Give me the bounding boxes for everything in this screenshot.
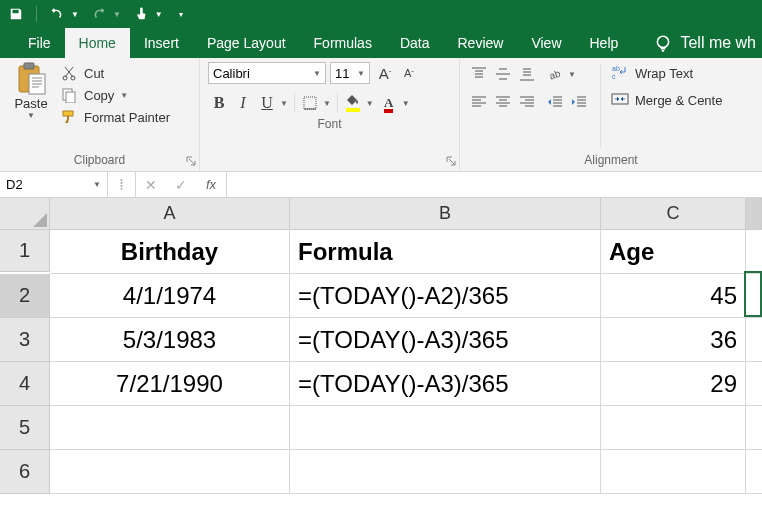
cell-c3[interactable]: 36 xyxy=(601,318,746,362)
fx-button[interactable]: fx xyxy=(196,177,226,192)
touch-mode-icon[interactable] xyxy=(131,4,151,24)
orientation-button[interactable]: ab xyxy=(544,64,566,84)
undo-dropdown-icon[interactable]: ▼ xyxy=(71,10,79,19)
font-color-button[interactable]: A ▼ xyxy=(378,92,412,114)
underline-button[interactable]: U xyxy=(256,92,278,114)
clipboard-launcher-icon[interactable] xyxy=(185,155,197,167)
copy-button[interactable]: Copy ▼ xyxy=(60,86,170,104)
svg-rect-7 xyxy=(66,92,75,103)
touch-dropdown-icon[interactable]: ▼ xyxy=(155,10,163,19)
formula-input[interactable] xyxy=(227,172,762,197)
row-header-5[interactable]: 5 xyxy=(0,406,50,450)
align-center-button[interactable] xyxy=(492,92,514,112)
cell-a6[interactable] xyxy=(50,450,290,494)
cell-c2[interactable]: 45 xyxy=(601,274,746,318)
cell-b6[interactable] xyxy=(290,450,601,494)
fill-color-icon xyxy=(342,92,364,114)
name-box-handle[interactable]: ⁞ xyxy=(108,172,136,197)
fill-dropdown-icon[interactable]: ▼ xyxy=(364,99,376,108)
bold-button[interactable]: B xyxy=(208,92,230,114)
undo-icon[interactable] xyxy=(47,4,67,24)
svg-text:ab: ab xyxy=(612,65,620,72)
cell-a2[interactable]: 4/1/1974 xyxy=(50,274,290,318)
align-right-button[interactable] xyxy=(516,92,538,112)
enter-formula-button[interactable]: ✓ xyxy=(166,177,196,193)
align-bottom-button[interactable] xyxy=(516,64,538,84)
row-header-2[interactable]: 2 xyxy=(0,274,50,318)
cell-a1[interactable]: Birthday xyxy=(50,230,290,274)
cell-d5[interactable] xyxy=(746,406,762,450)
tell-me[interactable]: Tell me wh xyxy=(654,28,762,58)
cell-b5[interactable] xyxy=(290,406,601,450)
cell-c6[interactable] xyxy=(601,450,746,494)
font-name-value: Calibri xyxy=(213,66,250,81)
tab-file[interactable]: File xyxy=(14,28,65,58)
tab-help[interactable]: Help xyxy=(576,28,633,58)
select-all-corner[interactable] xyxy=(0,198,50,230)
col-header-b[interactable]: B xyxy=(290,198,601,230)
row-header-6[interactable]: 6 xyxy=(0,450,50,494)
merge-center-button[interactable]: Merge & Cente xyxy=(611,91,722,110)
align-top-button[interactable] xyxy=(468,64,490,84)
paste-dropdown-icon[interactable]: ▼ xyxy=(27,111,35,120)
row-header-3[interactable]: 3 xyxy=(0,318,50,362)
col-header-a[interactable]: A xyxy=(50,198,290,230)
borders-dropdown-icon[interactable]: ▼ xyxy=(321,99,333,108)
format-painter-button[interactable]: Format Painter xyxy=(60,108,170,126)
cell-c4[interactable]: 29 xyxy=(601,362,746,406)
orientation-dropdown-icon[interactable]: ▼ xyxy=(568,70,576,79)
cell-d2[interactable] xyxy=(746,274,762,318)
align-left-button[interactable] xyxy=(468,92,490,112)
font-color-dropdown-icon[interactable]: ▼ xyxy=(400,99,412,108)
cell-b3[interactable]: =(TODAY()-A3)/365 xyxy=(290,318,601,362)
paste-button[interactable]: Paste ▼ xyxy=(8,62,54,150)
tab-view[interactable]: View xyxy=(517,28,575,58)
cancel-formula-button[interactable]: ✕ xyxy=(136,177,166,193)
cell-b4[interactable]: =(TODAY()-A3)/365 xyxy=(290,362,601,406)
font-size-combo[interactable]: 11▼ xyxy=(330,62,370,84)
cell-d3[interactable] xyxy=(746,318,762,362)
borders-button[interactable]: ▼ xyxy=(299,92,333,114)
cell-b1[interactable]: Formula xyxy=(290,230,601,274)
cell-d4[interactable] xyxy=(746,362,762,406)
italic-button[interactable]: I xyxy=(232,92,254,114)
col-header-d[interactable] xyxy=(746,198,762,230)
tab-page-layout[interactable]: Page Layout xyxy=(193,28,300,58)
row-header-4[interactable]: 4 xyxy=(0,362,50,406)
cut-button[interactable]: Cut xyxy=(60,64,170,82)
cell-c5[interactable] xyxy=(601,406,746,450)
save-icon[interactable] xyxy=(6,4,26,24)
redo-icon[interactable] xyxy=(89,4,109,24)
wrap-text-button[interactable]: abc Wrap Text xyxy=(611,64,722,83)
redo-dropdown-icon[interactable]: ▼ xyxy=(113,10,121,19)
customize-qat-icon[interactable]: ▾ xyxy=(179,10,183,19)
cell-c1[interactable]: Age xyxy=(601,230,746,274)
copy-dropdown-icon[interactable]: ▼ xyxy=(120,91,128,100)
shrink-font-button[interactable]: Aˇ xyxy=(398,62,420,84)
svg-rect-8 xyxy=(63,111,73,116)
grow-font-button[interactable]: Aˆ xyxy=(374,62,396,84)
cell-a4[interactable]: 7/21/1990 xyxy=(50,362,290,406)
merge-label: Merge & Cente xyxy=(635,93,722,108)
align-middle-button[interactable] xyxy=(492,64,514,84)
col-header-c[interactable]: C xyxy=(601,198,746,230)
decrease-indent-button[interactable] xyxy=(544,92,566,112)
underline-dropdown-icon[interactable]: ▼ xyxy=(278,99,290,108)
tab-formulas[interactable]: Formulas xyxy=(300,28,386,58)
tab-review[interactable]: Review xyxy=(444,28,518,58)
font-launcher-icon[interactable] xyxy=(445,155,457,167)
fill-color-button[interactable]: ▼ xyxy=(342,92,376,114)
name-box[interactable]: D2 ▼ xyxy=(0,172,108,197)
cell-d1[interactable] xyxy=(746,230,762,274)
tab-data[interactable]: Data xyxy=(386,28,444,58)
cell-b2[interactable]: =(TODAY()-A2)/365 xyxy=(290,274,601,318)
cell-a3[interactable]: 5/3/1983 xyxy=(50,318,290,362)
font-name-combo[interactable]: Calibri▼ xyxy=(208,62,326,84)
row-header-1[interactable]: 1 xyxy=(0,230,50,272)
increase-indent-button[interactable] xyxy=(568,92,590,112)
wrap-text-icon: abc xyxy=(611,64,629,83)
cell-a5[interactable] xyxy=(50,406,290,450)
cell-d6[interactable] xyxy=(746,450,762,494)
tab-insert[interactable]: Insert xyxy=(130,28,193,58)
tab-home[interactable]: Home xyxy=(65,28,130,58)
